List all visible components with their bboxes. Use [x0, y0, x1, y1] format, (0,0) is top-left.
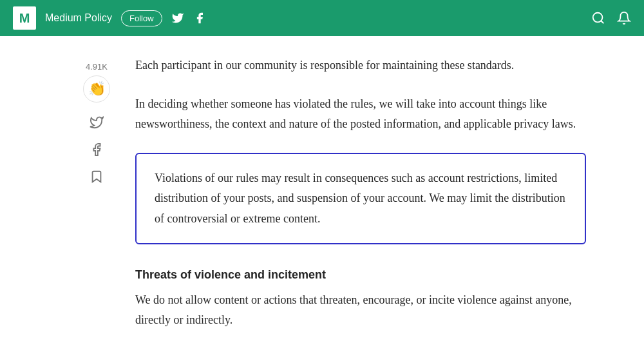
clap-section: 4.91K 👏: [83, 62, 110, 103]
notifications-button[interactable]: [617, 11, 631, 25]
social-links: [171, 12, 206, 24]
highlight-text: Violations of our rules may result in co…: [155, 172, 565, 225]
facebook-share-button[interactable]: [90, 142, 104, 157]
publication-name: Medium Policy: [45, 12, 112, 24]
clap-count: 4.91K: [86, 62, 108, 72]
medium-logo[interactable]: M: [13, 6, 36, 30]
bookmark-button[interactable]: [90, 170, 104, 184]
svg-line-1: [601, 21, 603, 23]
clap-icon: 👏: [88, 81, 106, 97]
follow-button[interactable]: Follow: [121, 10, 162, 26]
paragraph-2: In deciding whether someone has violated…: [135, 94, 586, 135]
violence-section: Threats of violence and incitement We do…: [135, 265, 586, 331]
svg-point-0: [593, 13, 603, 23]
header: M Medium Policy Follow: [0, 0, 644, 36]
sidebar: 4.91K 👏: [58, 55, 135, 184]
page-wrapper: 4.91K 👏 Each participant in our communit…: [0, 36, 644, 343]
twitter-header-icon[interactable]: [171, 12, 184, 24]
clap-button[interactable]: 👏: [83, 75, 110, 103]
header-right: [591, 11, 631, 25]
section-title: Threats of violence and incitement: [135, 265, 586, 285]
search-button[interactable]: [591, 11, 605, 25]
section-body: We do not allow content or actions that …: [135, 290, 586, 331]
twitter-share-button[interactable]: [90, 115, 104, 130]
highlight-box: Violations of our rules may result in co…: [135, 153, 586, 245]
main-content: Each participant in our community is res…: [135, 55, 586, 331]
facebook-header-icon[interactable]: [193, 12, 206, 24]
header-left: M Medium Policy Follow: [13, 6, 591, 30]
paragraph-1: Each participant in our community is res…: [135, 55, 586, 76]
